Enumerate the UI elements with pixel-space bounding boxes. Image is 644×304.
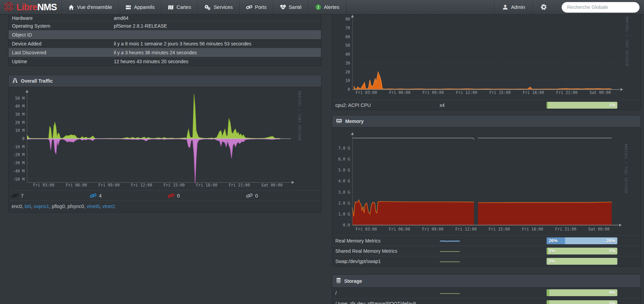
device-info-table: Hardwareamd64Operating SystempfSense 2.8…	[8, 15, 321, 66]
mini-graph[interactable]	[439, 248, 460, 254]
mini-graph[interactable]	[439, 290, 460, 296]
libre-nms-logo-icon	[3, 1, 14, 13]
overall-traffic-title: Overall Traffic	[21, 78, 53, 84]
svg-text:Fri 06:00: Fri 06:00	[389, 227, 410, 232]
memory-title: Memory	[345, 119, 364, 124]
port-link-vtnet1[interactable]: vtnet1	[102, 204, 115, 209]
nav-right: Admin	[494, 0, 644, 14]
nav-menu: Vue d'ensembleAppareilsCartesServicesPor…	[62, 0, 346, 14]
svg-text:Fri 12:00: Fri 12:00	[456, 90, 477, 95]
bar-right-label: 4%	[609, 289, 615, 296]
cpu-graph[interactable]: 80706050403020100Fri 03:00Fri 06:00Fri 0…	[332, 15, 641, 100]
svg-text:Fri 12:00: Fri 12:00	[131, 183, 152, 188]
ports-count-disabled[interactable]: 0	[243, 191, 321, 201]
row-value: amd64	[114, 15, 321, 21]
chain-link-icon	[12, 193, 18, 198]
nav-item-ports[interactable]: Ports	[239, 0, 273, 14]
svg-text:4.0 G: 4.0 G	[338, 179, 350, 183]
table-row: Object ID	[9, 30, 321, 39]
mini-graph[interactable]	[439, 238, 460, 244]
nav-item-label: Appareils	[134, 4, 155, 10]
user-label: Admin	[511, 4, 525, 10]
svg-text:80: 80	[345, 17, 350, 22]
nav-item-alerts[interactable]: Alertes	[308, 0, 346, 14]
table-row: Operating SystempfSense 2.8.1-RELEASE	[9, 21, 321, 30]
svg-text:0.0: 0.0	[343, 223, 350, 227]
storage-header: Storage	[332, 275, 641, 288]
storage-row: / type: zfs dev: pfSense/ROOT/default4%	[332, 298, 641, 304]
overall-traffic-panel: Overall Traffic 50 M40 M30 M20 M10 M0-10…	[8, 75, 321, 213]
nav-item-services[interactable]: Services	[198, 0, 239, 14]
mini-graph[interactable]	[439, 258, 460, 264]
svg-text:Fri 15:00: Fri 15:00	[163, 183, 185, 188]
ports-count-total[interactable]: 7	[9, 191, 87, 201]
svg-text:Fri 18:00: Fri 18:00	[196, 183, 217, 188]
rrdtool-watermark: RRDTOOL / TOBI OETIKER	[624, 144, 628, 194]
chain-link-icon	[168, 193, 174, 198]
svg-text:5.0 G: 5.0 G	[338, 168, 350, 172]
memory-graph-svg: 7.0 G6.0 G5.0 G4.0 G3.0 G2.0 G1.0 G0.0Fr…	[332, 127, 641, 235]
svg-text:-10 M: -10 M	[13, 144, 25, 149]
table-row: Uptime12 heures 43 minutes 20 secondes	[9, 57, 321, 66]
port-link-pflog0: pflog0	[52, 204, 65, 209]
usage-bar: 0%	[547, 258, 617, 265]
svg-text:10 M: 10 M	[15, 128, 25, 133]
settings-button[interactable]	[533, 0, 555, 14]
alert-icon	[315, 4, 321, 10]
memory-metric-row: Shared Real Memory Metrics1%1%	[332, 246, 641, 256]
port-link-ovpns1[interactable]: ovpns1	[34, 204, 49, 209]
nav-item-health[interactable]: Santé	[273, 0, 308, 14]
user-menu[interactable]: Admin	[494, 0, 533, 14]
svg-text:-30 M: -30 M	[13, 161, 25, 165]
map-icon	[168, 4, 174, 10]
svg-text:6.0 G: 6.0 G	[338, 157, 350, 162]
memory-metric-row: Real Memory Metrics26%26%	[332, 235, 641, 246]
nav-item-overview[interactable]: Vue d'ensemble	[62, 0, 119, 14]
table-row: Hardwareamd64	[9, 15, 321, 21]
chain-link-icon	[246, 193, 253, 198]
rrdtool-watermark: RRDTOOL / TOBI OETIKER	[625, 17, 629, 67]
row-value: pfSense 2.8.1-RELEASE	[114, 23, 321, 29]
processors-panel: 80706050403020100Fri 03:00Fri 06:00Fri 0…	[332, 15, 641, 110]
row-value: il y a 8 mois 1 semaine 2 jours 3 heures…	[114, 41, 321, 46]
nav-item-label: Services	[214, 4, 233, 10]
svg-text:0: 0	[22, 136, 25, 141]
svg-text:0: 0	[348, 87, 350, 92]
search-input[interactable]	[562, 2, 640, 13]
memory-header: Memory	[332, 115, 641, 127]
libre-nms-logo[interactable]: LibreNMS	[0, 0, 62, 14]
storage-panel: Storage /4%/ type: zfs dev: pfSense/ROOT…	[332, 274, 641, 304]
svg-text:Fri 06:00: Fri 06:00	[66, 183, 87, 188]
memory-graph[interactable]: 7.0 G6.0 G5.0 G4.0 G3.0 G2.0 G1.0 G0.0Fr…	[332, 127, 641, 235]
svg-text:Fri 12:00: Fri 12:00	[455, 227, 477, 232]
row-label: Object ID	[9, 32, 114, 38]
storage-row: /4%	[332, 288, 641, 298]
memory-metric-row: Swap:/dev/gpt/swap10%	[332, 256, 641, 266]
nav-item-label: Ports	[255, 4, 267, 10]
nav-item-label: Santé	[289, 4, 302, 10]
row-label: Operating System	[9, 23, 114, 29]
svg-text:Fri 15:00: Fri 15:00	[488, 227, 510, 232]
svg-text:40 M: 40 M	[15, 104, 25, 109]
svg-text:Fri 09:00: Fri 09:00	[422, 227, 443, 232]
svg-text:60: 60	[345, 34, 350, 39]
ports-count-up[interactable]: 4	[87, 191, 165, 201]
link-icon	[246, 4, 252, 10]
brand-text: LibreNMS	[16, 3, 57, 12]
nav-item-maps[interactable]: Cartes	[161, 0, 198, 14]
port-link-vtnet0[interactable]: vtnet0	[87, 204, 100, 209]
svg-text:-20 M: -20 M	[13, 152, 25, 157]
svg-text:Fri 09:00: Fri 09:00	[98, 183, 120, 188]
svg-text:-50 M: -50 M	[13, 177, 25, 182]
ports-count-down[interactable]: 0	[165, 191, 243, 201]
cpu-graph-svg: 80706050403020100Fri 03:00Fri 06:00Fri 0…	[332, 15, 641, 100]
port-link-lo0[interactable]: lo0	[25, 204, 31, 209]
nav-item-label: Cartes	[176, 4, 191, 10]
svg-text:20 M: 20 M	[15, 120, 25, 125]
overall-traffic-graph[interactable]: 50 M40 M30 M20 M10 M0-10 M-20 M-30 M-40 …	[9, 87, 321, 190]
svg-text:Fri 21:00: Fri 21:00	[229, 183, 250, 188]
row-label: Device Added	[9, 41, 114, 46]
bar-left-label: 1%	[549, 248, 555, 254]
chain-link-icon	[90, 193, 96, 198]
nav-item-devices[interactable]: Appareils	[119, 0, 161, 14]
